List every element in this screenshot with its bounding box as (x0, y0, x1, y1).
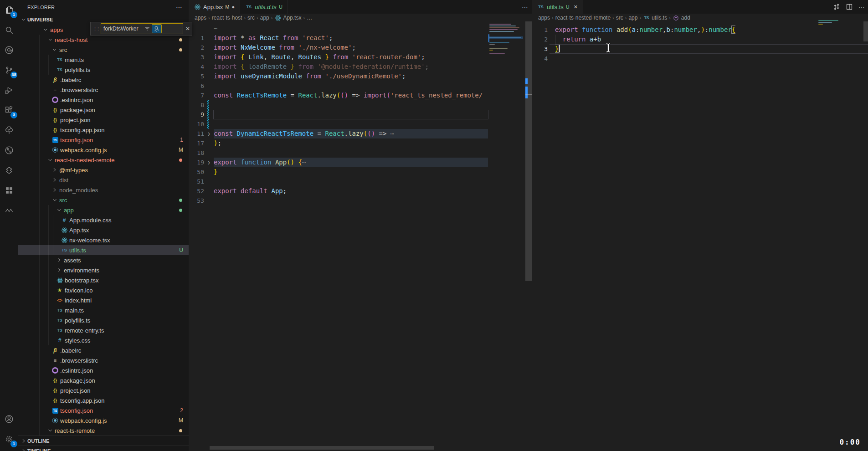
tab-utils.d.ts[interactable]: TSutils.d.tsU (240, 0, 288, 14)
code-line-50[interactable]: 50} (189, 167, 532, 177)
code-line-3[interactable]: 3import { Link, Route, Routes } from 're… (189, 52, 532, 62)
vertical-scrollbar[interactable] (525, 21, 532, 281)
sidebar-more-actions-icon[interactable]: ⋯ (176, 4, 182, 11)
code-line-11[interactable]: 11❯const DynamicReactTsRemote = React.la… (189, 129, 532, 138)
breadcrumb-separator: › (271, 15, 273, 20)
tab-App.tsx[interactable]: App.tsxM● (189, 0, 240, 14)
badge: 1 (10, 441, 17, 447)
todo-tree-icon[interactable] (0, 120, 18, 140)
code-line-6[interactable]: 6 (189, 81, 532, 91)
vertical-scrollbar[interactable] (863, 21, 868, 41)
chevron-right-icon (20, 437, 27, 445)
git-status-dot (179, 159, 182, 162)
line-number: 53 (189, 196, 204, 205)
code-line-4[interactable]: 4 (532, 54, 868, 63)
chevron-down-icon (46, 36, 54, 43)
code-line-17[interactable]: 17); (189, 138, 532, 148)
extensions-icon[interactable]: 3 (0, 100, 18, 120)
breadcrumb-separator: › (639, 15, 642, 20)
explorer-icon[interactable]: 1 (0, 0, 18, 20)
code-text: import * as React from 'react'; (214, 33, 333, 43)
drag-grip-icon[interactable]: ⋮⋮ (93, 26, 99, 31)
source-control-icon[interactable]: 38 (0, 60, 18, 80)
breadcrumb-item-app[interactable]: app (628, 15, 637, 21)
more-icon[interactable]: ⋯ (522, 3, 528, 10)
tree-item-label: app (64, 207, 74, 214)
fold-chevron-icon[interactable]: ❯ (204, 158, 214, 167)
breadcrumb-item-src[interactable]: src (616, 15, 623, 21)
timeline-section[interactable]: TIMELINE (18, 446, 189, 451)
tab-utils.ts[interactable]: TSutils.tsU✕ (532, 0, 583, 14)
breadcrumb-item-app[interactable]: app (260, 15, 269, 21)
code-line-5[interactable]: 5import useDynamicModule from './useDyna… (189, 72, 532, 81)
code-editor: ⋯1import * as React from 'react';2import… (189, 24, 532, 205)
projects-grid-icon[interactable] (0, 180, 18, 200)
code-line-9[interactable]: 9 (189, 110, 532, 119)
close-icon[interactable]: ✕ (185, 26, 190, 32)
line-number: 2 (189, 43, 204, 52)
breadcrumb-item-react-ts-nested-remote[interactable]: react-ts-nested-remote (555, 15, 611, 21)
breadcrumb-item-add[interactable]: add (673, 14, 690, 21)
fuzzy-match-toggle[interactable] (152, 24, 162, 33)
json-icon: {} (51, 116, 59, 123)
git-graph-icon[interactable] (0, 140, 18, 160)
breadcrumb-item-apps[interactable]: apps (195, 15, 206, 21)
gutter-space (204, 138, 214, 148)
react-icon (56, 277, 64, 284)
tree-find-input[interactable] (101, 26, 143, 32)
fold-chevron-icon[interactable]: ❯ (204, 129, 214, 138)
tree-item-react-ts-remote[interactable]: react-ts-remote (18, 425, 189, 436)
filter-icon[interactable] (143, 25, 152, 33)
tree-item-react-ts-host[interactable]: react-ts-host (18, 35, 189, 45)
split-icon[interactable] (846, 3, 853, 10)
code-line[interactable]: ⋯ (189, 24, 532, 33)
nx-console-icon[interactable] (0, 160, 18, 180)
more-icon[interactable]: ⋯ (858, 3, 865, 10)
compare-icon[interactable] (833, 3, 840, 10)
wave-icon[interactable] (0, 200, 18, 220)
breadcrumb-label: add (681, 15, 690, 21)
code-line-3[interactable]: 3} (532, 44, 868, 54)
code-line-19[interactable]: 19❯export function App() {⋯ (189, 158, 532, 167)
minimap[interactable] (817, 18, 849, 32)
breadcrumb-separator: › (303, 15, 305, 20)
code-line-4[interactable]: 4import { loadRemote } from '@module-fed… (189, 62, 532, 72)
code-text: ); (214, 138, 221, 148)
code-line-8[interactable]: 8 (189, 100, 532, 110)
breadcrumb-label: app (628, 15, 637, 21)
chevron-down-icon (51, 196, 58, 204)
code-line-2[interactable]: 2import NxWelcome from './nx-welcome'; (189, 43, 532, 52)
close-icon[interactable]: ✕ (574, 4, 578, 10)
breadcrumb-label: utils.ts (652, 15, 667, 21)
horizontal-scrollbar[interactable] (210, 446, 434, 450)
breadcrumb-item-…[interactable]: … (307, 15, 312, 21)
outline-section[interactable]: OUTLINE (18, 436, 189, 446)
breadcrumb-item-react-ts-host[interactable]: react-ts-host (212, 15, 242, 21)
workspace-title: UNIVERSE (27, 17, 53, 22)
code-line-53[interactable]: 53 (189, 196, 532, 205)
overview-ruler-mark (525, 87, 528, 98)
code-line-18[interactable]: 18 (189, 148, 532, 158)
code-line-51[interactable]: 51 (189, 177, 532, 186)
breadcrumb-item-apps[interactable]: apps (538, 15, 550, 21)
search-icon[interactable] (0, 20, 18, 40)
code-line-1[interactable]: 1import * as React from 'react'; (189, 33, 532, 43)
code-line-52[interactable]: 52export default App; (189, 186, 532, 196)
breadcrumb-item-App.tsx[interactable]: App.tsx (274, 14, 301, 21)
settings-gear-icon[interactable]: 1 (0, 429, 18, 449)
browserslist-icon: ≡ (51, 86, 59, 93)
git-status-badge: 2 (180, 407, 183, 414)
run-debug-icon[interactable] (0, 80, 18, 100)
account-icon[interactable] (0, 409, 18, 429)
tree-item-react-ts-nested-remote[interactable]: react-ts-nested-remote (18, 155, 189, 165)
remote-explorer-icon[interactable] (0, 40, 18, 60)
minimap[interactable] (488, 21, 525, 76)
code-line-7[interactable]: 7const ReactTsRemote = React.lazy(() => … (189, 91, 532, 100)
code-line-10[interactable]: 10 (189, 119, 532, 129)
tree-item-label: src (59, 46, 67, 53)
code-line-2[interactable]: 2 return a+b (532, 35, 868, 44)
gutter-space (204, 52, 214, 62)
line-number: 17 (189, 138, 204, 148)
breadcrumb-item-src[interactable]: src (247, 15, 255, 21)
breadcrumb-item-utils.ts[interactable]: TSutils.ts (643, 14, 667, 21)
